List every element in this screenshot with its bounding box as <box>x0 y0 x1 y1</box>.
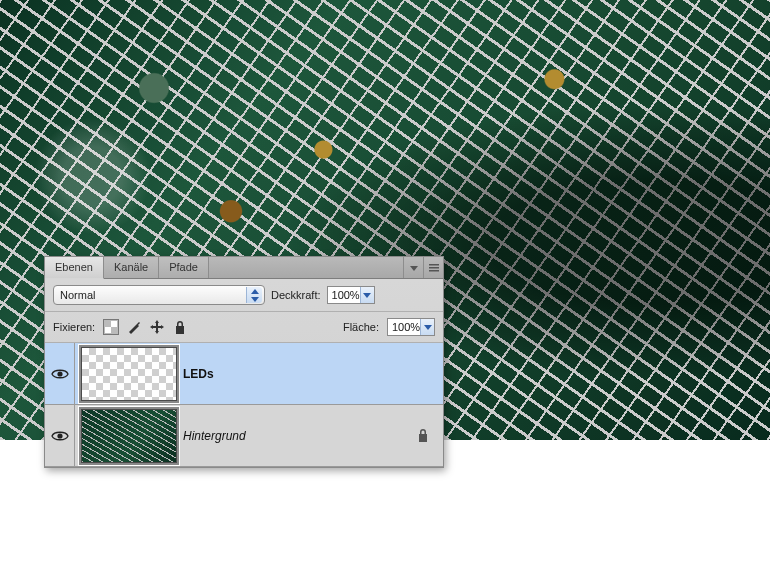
layer-thumbnail[interactable] <box>81 409 177 463</box>
opacity-label: Deckkraft: <box>271 289 321 301</box>
layers-panel: Ebenen Kanäle Pfade Normal Deckkraf <box>44 256 444 468</box>
layer-name[interactable]: LEDs <box>183 367 214 381</box>
tab-layers[interactable]: Ebenen <box>45 257 104 279</box>
opacity-value: 100% <box>332 289 360 301</box>
chevron-down-icon <box>363 293 371 298</box>
layer-thumbnail[interactable] <box>81 347 177 401</box>
opacity-input[interactable]: 100% <box>327 286 375 304</box>
svg-rect-2 <box>429 270 439 272</box>
fill-input[interactable]: 100% <box>387 318 435 336</box>
svg-rect-4 <box>105 321 111 327</box>
tab-paths[interactable]: Pfade <box>159 257 209 278</box>
lock-transparency-icon[interactable] <box>103 319 119 335</box>
layer-row[interactable]: LEDs <box>45 343 443 405</box>
blend-mode-select[interactable]: Normal <box>53 285 265 305</box>
panel-tabs: Ebenen Kanäle Pfade <box>45 257 443 279</box>
eye-icon <box>51 430 69 442</box>
lock-icon <box>417 429 429 442</box>
blend-mode-stepper[interactable] <box>246 287 262 303</box>
blend-mode-value: Normal <box>60 289 95 301</box>
lock-all-icon[interactable] <box>172 319 188 335</box>
lock-pixels-icon[interactable] <box>126 319 142 335</box>
panel-menu-button[interactable] <box>423 257 443 278</box>
fill-value: 100% <box>392 321 420 333</box>
layer-row[interactable]: Hintergrund <box>45 405 443 467</box>
layer-name[interactable]: Hintergrund <box>183 429 246 443</box>
lock-position-icon[interactable] <box>149 319 165 335</box>
blend-opacity-row: Normal Deckkraft: 100% <box>45 279 443 312</box>
fill-dropdown-button[interactable] <box>420 319 434 335</box>
visibility-toggle[interactable] <box>45 405 75 466</box>
chevron-down-icon <box>424 325 432 330</box>
lock-icons <box>103 319 188 335</box>
fill-label: Fläche: <box>343 321 379 333</box>
chevron-down-icon <box>251 297 259 302</box>
svg-rect-1 <box>429 267 439 269</box>
tab-channels[interactable]: Kanäle <box>104 257 159 278</box>
svg-rect-5 <box>111 327 117 333</box>
svg-rect-0 <box>429 264 439 266</box>
svg-point-7 <box>57 433 62 438</box>
svg-point-6 <box>57 371 62 376</box>
lock-row: Fixieren: Fläche: 100% <box>45 312 443 343</box>
eye-icon <box>51 368 69 380</box>
opacity-dropdown-button[interactable] <box>360 287 374 303</box>
collapse-panel-button[interactable] <box>403 257 423 278</box>
layers-list: LEDs Hintergrund <box>45 343 443 467</box>
visibility-toggle[interactable] <box>45 343 75 404</box>
lock-label: Fixieren: <box>53 321 95 333</box>
chevron-up-icon <box>251 289 259 294</box>
